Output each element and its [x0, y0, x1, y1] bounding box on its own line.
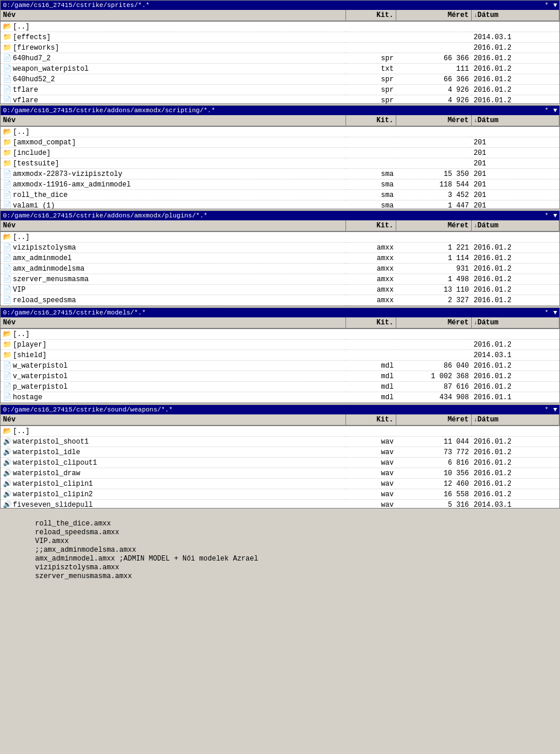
- panel-expand-btn[interactable]: ▼: [553, 406, 557, 413]
- file-ext: spr: [345, 95, 396, 104]
- table-row[interactable]: 🔊waterpistol_idle wav 73 772 2016.01.2: [1, 447, 559, 458]
- file-name: 🔊fiveseven_slidepull: [1, 500, 345, 509]
- table-row[interactable]: 📄vizipisztolysma amxx 1 221 2016.01.2: [1, 243, 559, 253]
- file-ext: [345, 21, 396, 32]
- col-header-ext[interactable]: Kit.: [345, 220, 396, 231]
- table-row[interactable]: 🔊waterpistol_clipin2 wav 16 558 2016.01.…: [1, 489, 559, 500]
- table-row[interactable]: 📄amx_adminmodel amxx 1 114 2016.01.2: [1, 253, 559, 264]
- table-row[interactable]: 📄v_waterpistol mdl 1 002 368 2016.01.2: [1, 371, 559, 382]
- file-date: 2016.01.2: [471, 64, 559, 74]
- file-date: 201: [471, 137, 559, 148]
- file-size: 15 350: [396, 169, 471, 179]
- file-size: 1 002 368: [396, 371, 471, 382]
- table-row[interactable]: 📂[..]: [1, 126, 559, 137]
- file-list-scroll[interactable]: Név Kit. Méret ↓Dátum 📂[..] 📁[effects] 2…: [1, 10, 559, 103]
- table-row[interactable]: 📄tflare spr 4 926 2016.01.2: [1, 85, 559, 95]
- col-header-size[interactable]: Méret: [396, 317, 471, 328]
- table-row[interactable]: 📄vflare spr 4 926 2016.01.2: [1, 95, 559, 104]
- table-row[interactable]: 📄640hud7_2 spr 66 366 2016.01.2: [1, 53, 559, 64]
- col-header-size[interactable]: Méret: [396, 115, 471, 126]
- col-header-name[interactable]: Név: [1, 317, 345, 328]
- table-row[interactable]: 🔊waterpistol_clipin1 wav 12 460 2016.01.…: [1, 479, 559, 489]
- up-icon: 📂: [3, 427, 12, 435]
- col-header-date[interactable]: ↓Dátum: [471, 115, 559, 126]
- table-row[interactable]: 📂[..]: [1, 426, 559, 437]
- table-row[interactable]: 📂[..]: [1, 231, 559, 243]
- table-row[interactable]: 📄valami (1) sma 1 447 201: [1, 200, 559, 209]
- panel-expand-btn[interactable]: ▼: [553, 212, 557, 219]
- file-list-scroll[interactable]: Név Kit. Méret ↓Dátum 📂[..] 📁[amxmod_com…: [1, 115, 559, 209]
- panel-star-btn[interactable]: *: [545, 2, 549, 9]
- table-row[interactable]: 📄amxmodx-11916-amx_adminmodel sma 118 54…: [1, 179, 559, 190]
- file-date: 2016.01.2: [471, 285, 559, 295]
- file-ext: [345, 231, 396, 243]
- file-size: 86 040: [396, 361, 471, 371]
- col-header-date[interactable]: ↓Dátum: [471, 220, 559, 231]
- col-header-size[interactable]: Méret: [396, 10, 471, 21]
- table-row[interactable]: 📂[..]: [1, 21, 559, 32]
- table-row[interactable]: 🔊waterpistol_clipout1 wav 6 816 2016.01.…: [1, 458, 559, 468]
- file-ext: spr: [345, 74, 396, 85]
- table-row[interactable]: 📄w_waterpistol mdl 86 040 2016.01.2: [1, 361, 559, 371]
- table-row[interactable]: 📁[shield] 2014.03.1: [1, 350, 559, 361]
- table-row[interactable]: 📄p_waterpistol mdl 87 616 2016.01.2: [1, 382, 559, 392]
- wav-icon: 🔊: [3, 501, 12, 508]
- file-icon: 📄: [3, 286, 12, 294]
- file-icon: 📄: [3, 372, 12, 381]
- table-row[interactable]: 📄amxmodx-22873-vizipisztoly sma 15 350 2…: [1, 169, 559, 179]
- file-ext: wav: [345, 468, 396, 479]
- table-row[interactable]: 🔊waterpistol_shoot1 wav 11 044 2016.01.2: [1, 437, 559, 447]
- table-row[interactable]: 📄weapon_waterpistol txt 111 2016.01.2: [1, 64, 559, 74]
- panel-star-btn[interactable]: *: [545, 406, 549, 413]
- panel-star-btn[interactable]: *: [545, 212, 549, 219]
- table-row[interactable]: 📄640hud52_2 spr 66 366 2016.01.2: [1, 74, 559, 85]
- table-row[interactable]: 📄VIP amxx 13 110 2016.01.2: [1, 285, 559, 295]
- col-header-ext[interactable]: Kit.: [345, 317, 396, 328]
- table-row[interactable]: 🔊fiveseven_slidepull wav 5 316 2014.03.1: [1, 500, 559, 509]
- terminal-line: ;;amx_adminmodelsma.amxx: [35, 546, 525, 554]
- col-header-name[interactable]: Név: [1, 115, 345, 126]
- col-header-name[interactable]: Név: [1, 414, 345, 426]
- file-list-scroll[interactable]: Név Kit. Méret ↓Dátum 📂[..] 📁[player] 20…: [1, 317, 559, 403]
- file-ext: sma: [345, 169, 396, 179]
- col-header-ext[interactable]: Kit.: [345, 115, 396, 126]
- panel-expand-btn[interactable]: ▼: [553, 309, 557, 316]
- table-row[interactable]: 📂[..]: [1, 328, 559, 340]
- file-size: [396, 21, 471, 32]
- file-size: [396, 43, 471, 53]
- file-size: 931: [396, 264, 471, 274]
- table-row[interactable]: 🔊waterpistol_draw wav 10 356 2016.01.2: [1, 468, 559, 479]
- col-header-date[interactable]: ↓Dátum: [471, 414, 559, 426]
- file-date: 201: [471, 169, 559, 179]
- file-size: 87 616: [396, 382, 471, 392]
- table-row[interactable]: 📄roll_the_dice sma 3 452 201: [1, 190, 559, 200]
- panel-star-btn[interactable]: *: [545, 107, 549, 114]
- table-row[interactable]: 📄amx_adminmodelsma amxx 931 2016.01.2: [1, 264, 559, 274]
- panel-star-btn[interactable]: *: [545, 309, 549, 316]
- table-row[interactable]: 📁[player] 2016.01.2: [1, 340, 559, 350]
- panel-expand-btn[interactable]: ▼: [553, 107, 557, 114]
- table-row[interactable]: 📄hostage mdl 434 908 2016.01.1: [1, 392, 559, 403]
- col-header-date[interactable]: ↓Dátum: [471, 317, 559, 328]
- file-list-scroll[interactable]: Név Kit. Méret ↓Dátum 📂[..] 📄vizipisztol…: [1, 220, 559, 306]
- panel-expand-btn[interactable]: ▼: [553, 2, 557, 9]
- file-size: 1 498: [396, 274, 471, 285]
- table-row[interactable]: 📄szerver_menusmasma amxx 1 498 2016.01.2: [1, 274, 559, 285]
- file-ext: [345, 43, 396, 53]
- up-icon: 📂: [3, 128, 12, 136]
- col-header-size[interactable]: Méret: [396, 414, 471, 426]
- table-row[interactable]: 📁[amxmod_compat] 201: [1, 137, 559, 148]
- col-header-size[interactable]: Méret: [396, 220, 471, 231]
- table-row[interactable]: 📁[testsuite] 201: [1, 158, 559, 169]
- col-header-name[interactable]: Név: [1, 220, 345, 231]
- table-row[interactable]: 📁[fireworks] 2016.01.2: [1, 43, 559, 53]
- col-header-name[interactable]: Név: [1, 10, 345, 21]
- col-header-ext[interactable]: Kit.: [345, 10, 396, 21]
- table-row[interactable]: 📁[effects] 2014.03.1: [1, 32, 559, 43]
- file-list-scroll[interactable]: Név Kit. Méret ↓Dátum 📂[..] 🔊waterpistol…: [1, 414, 559, 508]
- table-row[interactable]: 📁[include] 201: [1, 148, 559, 158]
- col-header-ext[interactable]: Kit.: [345, 414, 396, 426]
- col-header-date[interactable]: ↓Dátum: [471, 10, 559, 21]
- file-name: 📄szerver_menusmasma: [1, 274, 345, 285]
- table-row[interactable]: 📄reload_speedsma amxx 2 327 2016.01.2: [1, 295, 559, 306]
